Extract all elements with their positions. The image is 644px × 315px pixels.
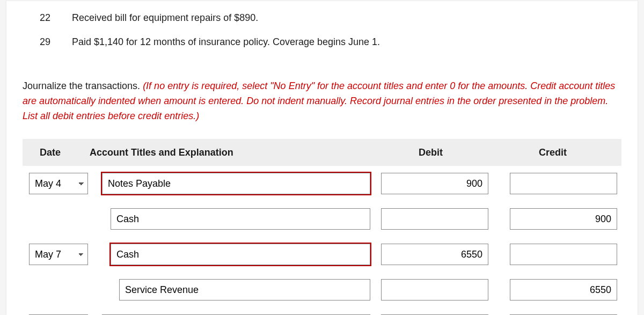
journal-area: Date Account Titles and Explanation Debi… — [6, 139, 638, 315]
journal-row — [23, 201, 621, 237]
journal-row — [23, 272, 621, 307]
tx-day: 29 — [40, 35, 72, 49]
credit-input[interactable] — [510, 279, 617, 301]
account-title-input[interactable] — [102, 173, 370, 194]
date-select[interactable]: May 7 — [29, 244, 88, 265]
account-title-input[interactable] — [111, 208, 370, 230]
account-title-input[interactable] — [119, 279, 370, 301]
credit-input[interactable] — [510, 208, 617, 230]
transaction-row: 29 Paid $1,140 for 12 months of insuranc… — [40, 35, 621, 49]
journal-row: May 7 — [23, 237, 621, 272]
debit-input[interactable] — [381, 208, 488, 230]
instructions-lead: Journalize the transactions. — [23, 80, 143, 91]
header-account: Account Titles and Explanation — [90, 147, 381, 158]
credit-input[interactable] — [510, 173, 617, 194]
top-shadow — [6, 0, 638, 2]
header-debit: Debit — [381, 147, 501, 158]
debit-input[interactable] — [381, 173, 488, 194]
credit-input[interactable] — [510, 244, 617, 265]
instructions: Journalize the transactions. (If no entr… — [6, 79, 638, 124]
debit-input[interactable] — [381, 279, 488, 301]
account-title-input[interactable] — [111, 244, 370, 265]
header-credit: Credit — [501, 147, 621, 158]
header-date: Date — [23, 147, 90, 158]
transaction-list: 22 Received bill for equipment repairs o… — [6, 11, 638, 49]
tx-day: 22 — [40, 11, 72, 25]
journal-header: Date Account Titles and Explanation Debi… — [23, 139, 621, 166]
debit-input[interactable] — [381, 244, 488, 265]
journal-row: May 8 — [23, 307, 621, 315]
date-select[interactable]: May 4 — [29, 173, 88, 194]
tx-desc: Received bill for equipment repairs of $… — [72, 11, 621, 25]
journal-row: May 4 — [23, 166, 621, 201]
transaction-row: 22 Received bill for equipment repairs o… — [40, 11, 621, 25]
tx-desc: Paid $1,140 for 12 months of insurance p… — [72, 35, 621, 49]
